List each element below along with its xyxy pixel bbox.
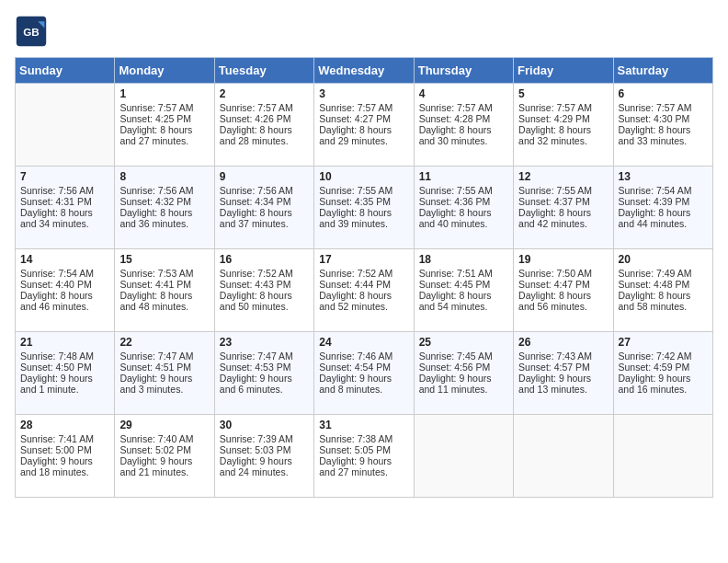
day-number: 28 — [20, 419, 109, 431]
calendar-cell: 27Sunrise: 7:42 AMSunset: 4:59 PMDayligh… — [613, 332, 712, 415]
day-number: 6 — [619, 87, 708, 100]
day-number: 17 — [319, 253, 408, 266]
sunrise-text: Sunrise: 7:47 AM — [119, 350, 209, 362]
calendar-cell — [414, 415, 513, 498]
sunset-text: Sunset: 4:44 PM — [319, 279, 408, 290]
sunset-text: Sunset: 4:56 PM — [419, 362, 508, 373]
sunrise-text: Sunrise: 7:54 AM — [20, 268, 109, 279]
header-cell-sunday: Sunday — [16, 58, 115, 84]
day-number: 25 — [419, 336, 508, 349]
daylight-text: Daylight: 8 hours and 44 minutes. — [619, 207, 708, 229]
day-number: 20 — [619, 253, 708, 266]
daylight-text: Daylight: 8 hours and 33 minutes. — [619, 124, 708, 146]
sunset-text: Sunset: 4:37 PM — [518, 196, 608, 207]
day-number: 11 — [419, 170, 508, 183]
calendar-cell: 24Sunrise: 7:46 AMSunset: 4:54 PMDayligh… — [314, 332, 414, 415]
day-number: 29 — [119, 419, 209, 431]
sunset-text: Sunset: 4:26 PM — [220, 113, 309, 124]
sunset-text: Sunset: 4:28 PM — [419, 113, 508, 124]
sunset-text: Sunset: 5:00 PM — [20, 444, 109, 455]
logo: GB — [15, 15, 51, 48]
day-number: 10 — [319, 170, 408, 183]
sunrise-text: Sunrise: 7:56 AM — [20, 185, 109, 196]
day-number: 8 — [119, 170, 209, 183]
sunset-text: Sunset: 4:50 PM — [20, 362, 109, 373]
calendar-cell: 3Sunrise: 7:57 AMSunset: 4:27 PMDaylight… — [314, 84, 414, 167]
sunset-text: Sunset: 4:35 PM — [319, 196, 408, 207]
day-number: 7 — [20, 170, 109, 183]
svg-text:GB: GB — [23, 26, 40, 38]
calendar-table: SundayMondayTuesdayWednesdayThursdayFrid… — [15, 57, 713, 498]
calendar-cell: 15Sunrise: 7:53 AMSunset: 4:41 PMDayligh… — [115, 249, 214, 332]
daylight-text: Daylight: 8 hours and 54 minutes. — [419, 290, 508, 312]
day-number: 26 — [518, 336, 608, 349]
calendar-cell — [16, 84, 115, 167]
daylight-text: Daylight: 8 hours and 29 minutes. — [319, 124, 408, 146]
day-number: 5 — [518, 87, 608, 100]
sunset-text: Sunset: 4:43 PM — [220, 279, 309, 290]
daylight-text: Daylight: 8 hours and 30 minutes. — [419, 124, 508, 146]
calendar-cell: 16Sunrise: 7:52 AMSunset: 4:43 PMDayligh… — [214, 249, 313, 332]
header-cell-tuesday: Tuesday — [214, 58, 313, 84]
sunrise-text: Sunrise: 7:48 AM — [20, 350, 109, 362]
sunrise-text: Sunrise: 7:54 AM — [619, 185, 708, 196]
calendar-cell: 10Sunrise: 7:55 AMSunset: 4:35 PMDayligh… — [314, 167, 414, 249]
calendar-cell: 6Sunrise: 7:57 AMSunset: 4:30 PMDaylight… — [613, 84, 712, 167]
week-row-5: 28Sunrise: 7:41 AMSunset: 5:00 PMDayligh… — [16, 415, 713, 498]
calendar-cell: 26Sunrise: 7:43 AMSunset: 4:57 PMDayligh… — [514, 332, 613, 415]
daylight-text: Daylight: 8 hours and 52 minutes. — [319, 290, 408, 312]
sunset-text: Sunset: 5:02 PM — [119, 444, 209, 455]
daylight-text: Daylight: 9 hours and 8 minutes. — [319, 373, 408, 395]
sunrise-text: Sunrise: 7:56 AM — [220, 185, 309, 196]
day-number: 12 — [518, 170, 608, 183]
sunset-text: Sunset: 4:40 PM — [20, 279, 109, 290]
sunset-text: Sunset: 4:34 PM — [220, 196, 309, 207]
sunrise-text: Sunrise: 7:52 AM — [319, 268, 408, 279]
calendar-cell: 14Sunrise: 7:54 AMSunset: 4:40 PMDayligh… — [16, 249, 115, 332]
sunrise-text: Sunrise: 7:55 AM — [419, 185, 508, 196]
calendar-cell: 31Sunrise: 7:38 AMSunset: 5:05 PMDayligh… — [314, 415, 414, 498]
daylight-text: Daylight: 8 hours and 27 minutes. — [119, 124, 209, 146]
daylight-text: Daylight: 9 hours and 24 minutes. — [220, 455, 309, 477]
calendar-cell: 5Sunrise: 7:57 AMSunset: 4:29 PMDaylight… — [514, 84, 613, 167]
sunrise-text: Sunrise: 7:39 AM — [220, 433, 309, 444]
calendar-cell: 4Sunrise: 7:57 AMSunset: 4:28 PMDaylight… — [414, 84, 513, 167]
sunrise-text: Sunrise: 7:57 AM — [119, 102, 209, 113]
sunset-text: Sunset: 5:05 PM — [319, 444, 408, 455]
calendar-cell: 11Sunrise: 7:55 AMSunset: 4:36 PMDayligh… — [414, 167, 513, 249]
calendar-cell: 20Sunrise: 7:49 AMSunset: 4:48 PMDayligh… — [613, 249, 712, 332]
week-row-3: 14Sunrise: 7:54 AMSunset: 4:40 PMDayligh… — [16, 249, 713, 332]
sunrise-text: Sunrise: 7:52 AM — [220, 268, 309, 279]
sunrise-text: Sunrise: 7:50 AM — [518, 268, 608, 279]
sunrise-text: Sunrise: 7:57 AM — [419, 102, 508, 113]
day-number: 22 — [119, 336, 209, 349]
calendar-cell: 19Sunrise: 7:50 AMSunset: 4:47 PMDayligh… — [514, 249, 613, 332]
sunset-text: Sunset: 4:47 PM — [518, 279, 608, 290]
daylight-text: Daylight: 9 hours and 16 minutes. — [619, 373, 708, 395]
day-number: 27 — [619, 336, 708, 349]
sunrise-text: Sunrise: 7:57 AM — [220, 102, 309, 113]
sunrise-text: Sunrise: 7:57 AM — [518, 102, 608, 113]
calendar-cell — [613, 415, 712, 498]
calendar-cell: 17Sunrise: 7:52 AMSunset: 4:44 PMDayligh… — [314, 249, 414, 332]
sunrise-text: Sunrise: 7:56 AM — [119, 185, 209, 196]
day-number: 4 — [419, 87, 508, 100]
day-number: 24 — [319, 336, 408, 349]
sunset-text: Sunset: 4:53 PM — [220, 362, 309, 373]
sunrise-text: Sunrise: 7:45 AM — [419, 350, 508, 362]
sunset-text: Sunset: 4:29 PM — [518, 113, 608, 124]
daylight-text: Daylight: 8 hours and 56 minutes. — [518, 290, 608, 312]
daylight-text: Daylight: 8 hours and 42 minutes. — [518, 207, 608, 229]
calendar-cell: 30Sunrise: 7:39 AMSunset: 5:03 PMDayligh… — [214, 415, 313, 498]
daylight-text: Daylight: 8 hours and 46 minutes. — [20, 290, 109, 312]
daylight-text: Daylight: 9 hours and 27 minutes. — [319, 455, 408, 477]
sunrise-text: Sunrise: 7:55 AM — [518, 185, 608, 196]
day-number: 23 — [220, 336, 309, 349]
week-row-2: 7Sunrise: 7:56 AMSunset: 4:31 PMDaylight… — [16, 167, 713, 249]
daylight-text: Daylight: 8 hours and 40 minutes. — [419, 207, 508, 229]
sunset-text: Sunset: 4:27 PM — [319, 113, 408, 124]
daylight-text: Daylight: 8 hours and 58 minutes. — [619, 290, 708, 312]
sunset-text: Sunset: 4:57 PM — [518, 362, 608, 373]
header-cell-wednesday: Wednesday — [314, 58, 414, 84]
daylight-text: Daylight: 8 hours and 34 minutes. — [20, 207, 109, 229]
